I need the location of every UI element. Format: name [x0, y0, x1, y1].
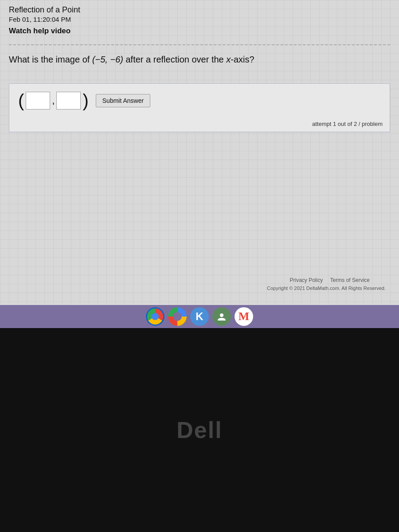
page-title: Reflection of a Point	[9, 5, 390, 15]
divider	[9, 44, 390, 45]
answer-input-y[interactable]	[56, 92, 81, 110]
dell-logo: Dell	[176, 417, 222, 443]
main-content: Reflection of a Point Feb 01, 11:20:04 P…	[0, 0, 399, 328]
close-paren: )	[82, 92, 88, 110]
question-text: What is the image of (−5, −6) after a re…	[9, 53, 390, 66]
k-taskbar-icon[interactable]: K	[190, 307, 209, 326]
google-taskbar-icon[interactable]	[168, 307, 187, 326]
footer-links: Privacy Policy Terms of Service	[287, 276, 373, 284]
comma-separator: ,	[52, 95, 55, 106]
svg-point-0	[220, 313, 223, 317]
answer-input-x[interactable]	[26, 92, 50, 110]
watch-help-video-link[interactable]: Watch help video	[9, 27, 70, 35]
taskbar: K M	[0, 305, 399, 328]
submit-button[interactable]: Submit Answer	[96, 94, 150, 107]
m-taskbar-icon[interactable]: M	[235, 307, 253, 326]
chrome-taskbar-icon[interactable]	[146, 307, 164, 326]
answer-row: ( , ) Submit Answer	[18, 92, 381, 110]
footer-copyright: Copyright © 2021 DeltaMath.com. All Righ…	[267, 286, 386, 291]
black-area: Dell	[0, 328, 399, 532]
open-paren: (	[18, 92, 24, 110]
privacy-policy-link[interactable]: Privacy Policy	[290, 277, 323, 283]
attempt-text: attempt 1 out of 2 / problem	[312, 121, 383, 127]
terms-of-service-link[interactable]: Terms of Service	[330, 277, 370, 283]
answer-area: ( , ) Submit Answer attempt 1 out of 2 /…	[9, 83, 390, 132]
person-taskbar-icon[interactable]	[212, 307, 231, 326]
page-datetime: Feb 01, 11:20:04 PM	[9, 16, 390, 23]
